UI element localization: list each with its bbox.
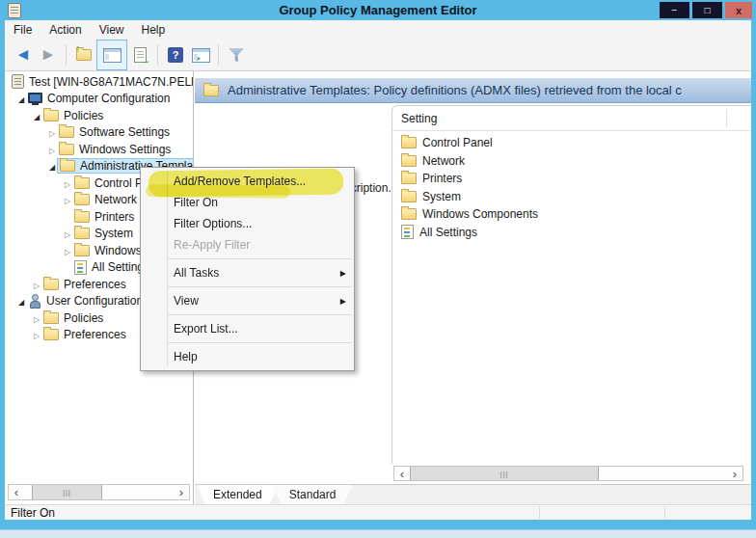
tab-strip: Extended Standard: [195, 484, 751, 504]
folder-icon: [401, 155, 417, 167]
filter-button[interactable]: [224, 42, 249, 67]
tab-standard[interactable]: Standard: [273, 485, 353, 504]
expander-icon[interactable]: [30, 109, 43, 122]
workspace: Test [WIN-8G8A71MAC7N.PELE Computer Conf…: [5, 71, 751, 504]
up-one-level-button[interactable]: ↑: [71, 42, 96, 67]
list-item-label: Network: [422, 154, 465, 168]
menu-separator: [168, 314, 352, 315]
column-divider[interactable]: [726, 109, 727, 127]
folder-icon: [401, 173, 417, 184]
toolbar: ↑ ? ▸: [5, 40, 751, 71]
scroll-right-arrow[interactable]: ›: [727, 467, 742, 480]
list-item-label: System: [422, 190, 461, 203]
expander-icon[interactable]: [61, 193, 74, 206]
folder-icon: [43, 312, 59, 324]
expander-icon[interactable]: [45, 143, 59, 156]
list-item-control-panel[interactable]: Control Panel: [392, 134, 751, 152]
folder-icon: [74, 228, 90, 239]
expander-icon[interactable]: [61, 244, 74, 257]
expander-icon[interactable]: [45, 125, 59, 139]
console-tree-icon: [103, 48, 122, 63]
scroll-thumb[interactable]: [410, 467, 599, 480]
expander-icon[interactable]: [30, 328, 43, 341]
menu-item-add-remove-templates[interactable]: Add/Remove Templates...: [141, 171, 354, 192]
results-header: Administrative Templates: Policy definit…: [195, 78, 751, 103]
folder-up-icon: ↑: [76, 49, 92, 61]
toolbar-separator: [218, 44, 219, 66]
console-tree-button[interactable]: [96, 40, 127, 70]
menu-bar: File Action View Help: [5, 20, 751, 40]
tree-item-label: Policies: [64, 311, 103, 325]
list-item-printers[interactable]: Printers: [392, 170, 751, 188]
folder-icon: [43, 110, 59, 121]
scroll-left-arrow[interactable]: ‹: [394, 467, 410, 480]
list-item-label: All Settings: [419, 226, 477, 239]
forward-button[interactable]: [36, 42, 61, 67]
tree-item-label: Windows Settings: [79, 143, 171, 156]
list-item-label: Control Panel: [422, 136, 493, 149]
forward-icon: [40, 45, 57, 65]
tree-item-label: Policies: [64, 109, 103, 122]
tree-item-computer-configuration[interactable]: Computer Configuration: [5, 91, 193, 108]
back-button[interactable]: [11, 42, 36, 67]
all-settings-icon: [74, 260, 87, 275]
user-icon: [28, 294, 41, 308]
status-text: Filter On: [11, 506, 55, 520]
left-pane-h-scrollbar[interactable]: ‹ ›: [8, 484, 190, 500]
results-h-scrollbar[interactable]: ‹ ›: [393, 466, 743, 481]
tree-item-policies[interactable]: Policies: [5, 107, 193, 124]
scroll-track[interactable]: [24, 485, 174, 499]
toolbar-separator: [66, 44, 67, 66]
tree-item-label: Preferences: [64, 278, 126, 291]
tree-item-label: Network: [94, 193, 137, 206]
folder-icon: [203, 85, 219, 96]
tree-item-root[interactable]: Test [WIN-8G8A71MAC7N.PELE: [5, 73, 193, 91]
menu-item-view[interactable]: View: [91, 20, 133, 40]
scroll-left-arrow[interactable]: ‹: [9, 485, 24, 499]
scroll-thumb[interactable]: [32, 485, 102, 499]
menu-item-all-tasks[interactable]: All Tasks ▶: [141, 262, 354, 283]
maximize-button[interactable]: □: [692, 2, 722, 18]
action-pane-icon: ▸: [192, 48, 210, 63]
menu-item-view[interactable]: View ▶: [141, 290, 354, 311]
status-divider: [664, 506, 665, 519]
list-item-system[interactable]: System: [392, 188, 751, 206]
menu-item-file[interactable]: File: [5, 20, 40, 40]
list-item-label: Windows Components: [422, 207, 538, 221]
column-header-setting[interactable]: Setting: [392, 106, 751, 131]
list-item-windows-components[interactable]: Windows Components: [392, 205, 751, 224]
context-menu: Add/Remove Templates... Filter On Filter…: [140, 167, 355, 371]
scroll-track[interactable]: [410, 467, 727, 480]
export-list-button[interactable]: [127, 42, 152, 67]
menu-item-export-list[interactable]: Export List...: [141, 318, 354, 339]
help-button[interactable]: ?: [163, 42, 188, 67]
menu-separator: [168, 286, 352, 287]
folder-icon: [60, 160, 75, 172]
toolbar-separator: [157, 44, 158, 66]
action-pane-button[interactable]: ▸: [188, 42, 213, 67]
expander-icon[interactable]: [14, 92, 28, 105]
tree-item-windows-settings[interactable]: Windows Settings: [5, 141, 193, 158]
menu-item-filter-options[interactable]: Filter Options...: [141, 213, 354, 234]
expander-icon[interactable]: [61, 227, 74, 240]
menu-item-label: All Tasks: [174, 266, 219, 280]
list-item-network[interactable]: Network: [392, 152, 751, 171]
menu-item-filter-on[interactable]: Filter On: [141, 192, 354, 213]
folder-icon: [401, 191, 417, 202]
close-button[interactable]: x: [725, 2, 752, 18]
expander-icon[interactable]: [61, 176, 74, 190]
expander-icon[interactable]: [14, 294, 28, 308]
column-header-label: Setting: [401, 112, 437, 125]
minimize-button[interactable]: −: [660, 2, 689, 18]
folder-icon: [74, 211, 90, 223]
menu-item-re-apply-filter: Re-Apply Filter: [141, 234, 354, 256]
tab-extended[interactable]: Extended: [197, 485, 279, 504]
menu-item-help[interactable]: Help: [141, 346, 354, 367]
expander-icon[interactable]: [30, 278, 43, 291]
expander-icon[interactable]: [30, 311, 43, 325]
tree-item-software-settings[interactable]: Software Settings: [5, 124, 193, 142]
menu-item-help[interactable]: Help: [133, 20, 175, 40]
scroll-right-arrow[interactable]: ›: [174, 485, 189, 499]
menu-item-action[interactable]: Action: [40, 20, 90, 40]
list-item-all-settings[interactable]: All Settings: [392, 224, 751, 242]
